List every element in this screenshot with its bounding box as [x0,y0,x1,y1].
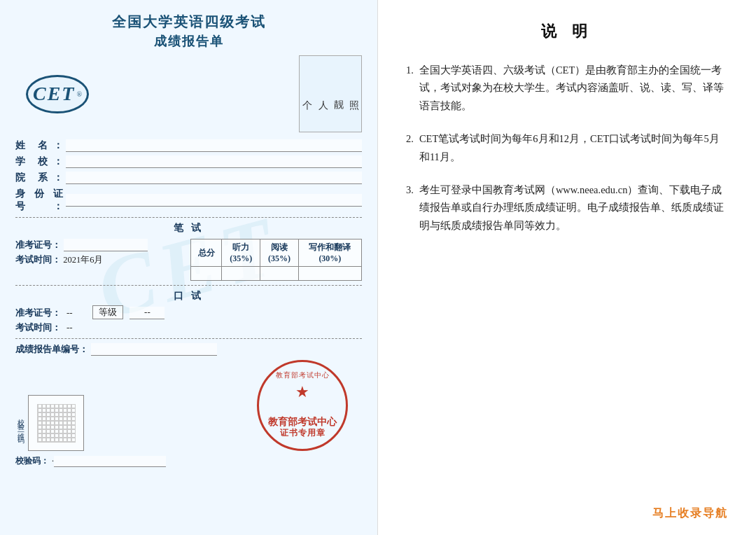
written-exam-id-value [64,239,148,251]
id-value [66,194,362,207]
instructions-list: 1.全国大学英语四、六级考试（CET）是由教育部主办的全国统一考试，考试对象为在… [406,62,728,250]
instruction-num: 1. [406,62,414,79]
oral-exam-id-label: 准考证号： [15,307,61,319]
cet-logo-text: CET [33,83,75,105]
oral-section: 口 试 准考证号： -- 等级 -- 考试时间： -- [15,290,362,334]
brand-footer: 马上收录导航 [406,499,728,521]
divider-2 [15,285,362,286]
title-main: 全国大学英语四级考试 [15,13,362,32]
score-table: 总分 听力(35%) 阅读(35%) 写作和翻译(30%) [190,239,362,281]
report-number-row: 成绩报告单编号： [15,343,362,356]
department-value [66,172,362,184]
report-number-label: 成绩报告单编号： [15,343,88,356]
qr-box [28,395,84,451]
cet-logo: CET ® [15,69,99,118]
oral-grade-label: 等级 [92,305,123,319]
name-value [66,139,362,152]
written-exam-id-label: 准考证号： [15,239,61,251]
id-row: 身份证号： [15,188,362,213]
instruction-text: 全国大学英语四、六级考试（CET）是由教育部主办的全国统一考试，考试对象为在校大… [419,62,728,115]
score-val-write [298,267,361,281]
written-exam-id-row: 准考证号： [15,239,186,251]
score-col-total: 总分 [191,239,222,267]
photo-box: 个人靓照 [299,55,362,132]
oral-section-header: 口 试 [15,290,362,303]
school-row: 学 校： [15,155,362,168]
oral-exam-time-label: 考试时间： [15,321,61,334]
written-exam-time-label: 考试时间： [15,255,61,265]
instructions-panel: 说 明 1.全国大学英语四、六级考试（CET）是由教育部主办的全国统一考试，考试… [378,0,756,535]
divider-1 [15,217,362,218]
stamp-outer-text: 教育部考试中心 [276,370,330,380]
qr-label: 校 验 二 维 码 [15,413,25,433]
oral-exam-id-row: 准考证号： -- 等级 -- [15,307,362,319]
written-section-header: 笔 试 [15,222,362,235]
stamp-bottom-text: 证书专用章 [280,427,326,439]
bottom-row: 校 验 二 维 码 教育部考试中心 ★ 教育部考试中心 证书专用章 [15,360,362,451]
registered-mark: ® [76,90,82,98]
verify-label: 校验码： [15,455,49,467]
id-label: 身份证号： [15,188,63,213]
photo-label: 个人靓照 [299,92,362,95]
written-exam-time-value: 2021年6月 [63,255,103,265]
score-col-read: 阅读(35%) [260,239,299,267]
qr-placeholder [37,404,76,443]
brand-text: 马上收录导航 [652,507,728,519]
oral-grade-value: -- [130,307,164,319]
stamp-star-icon: ★ [295,383,309,401]
official-stamp: 教育部考试中心 ★ 教育部考试中心 证书专用章 [257,360,348,451]
instructions-title: 说 明 [406,21,728,42]
verify-value [54,456,166,467]
logo-photo-row: CET ® 个人靓照 [15,55,362,132]
name-row: 姓 名： [15,139,362,152]
oral-exam-id-value: -- [66,307,73,319]
department-label: 院 系： [15,172,63,184]
instruction-item: 3.考生可登录中国教育考试网（www.neea.edu.cn）查询、下载电子成绩… [406,181,728,235]
score-val-total [191,267,222,281]
written-exam-time-row: 考试时间： 2021年6月 [15,254,186,266]
instruction-item: 1.全国大学英语四、六级考试（CET）是由教育部主办的全国统一考试，考试对象为在… [406,62,728,115]
cet-logo-circle: CET ® [26,75,89,113]
qr-section: 校 验 二 维 码 [15,395,84,451]
verify-row: 校验码： · [15,455,362,467]
instruction-text: CET笔试考试时间为每年6月和12月，CET口试考试时间为每年5月和11月。 [419,130,728,166]
score-val-listen [222,267,260,281]
name-label: 姓 名： [15,139,63,152]
score-col-listen: 听力(35%) [222,239,260,267]
written-section: 笔 试 准考证号： 考试时间： 2021年6月 总分 [15,222,362,281]
certificate-panel: CET 全国大学英语四级考试 成绩报告单 CET ® 个人靓照 姓 名： [0,0,378,535]
instruction-num: 2. [406,130,414,148]
school-value [66,155,362,168]
instruction-text: 考生可登录中国教育考试网（www.neea.edu.cn）查询、下载电子成绩报告… [419,181,728,235]
instruction-item: 2.CET笔试考试时间为每年6月和12月，CET口试考试时间为每年5月和11月。 [406,130,728,166]
certificate-title: 全国大学英语四级考试 成绩报告单 [15,13,362,50]
school-label: 学 校： [15,155,63,168]
report-number-value [91,343,217,356]
score-table-wrap: 准考证号： 考试时间： 2021年6月 总分 听力(35%) 阅读(35%) [15,239,362,281]
oral-exam-time-row: 考试时间： -- [15,321,362,334]
score-col-write: 写作和翻译(30%) [298,239,361,267]
score-val-read [260,267,299,281]
divider-3 [15,338,362,339]
instruction-num: 3. [406,181,414,199]
department-row: 院 系： [15,172,362,184]
oral-exam-time-value: -- [66,322,73,333]
title-sub: 成绩报告单 [15,33,362,50]
info-section: 姓 名： 学 校： 院 系： 身份证号： [15,139,362,213]
